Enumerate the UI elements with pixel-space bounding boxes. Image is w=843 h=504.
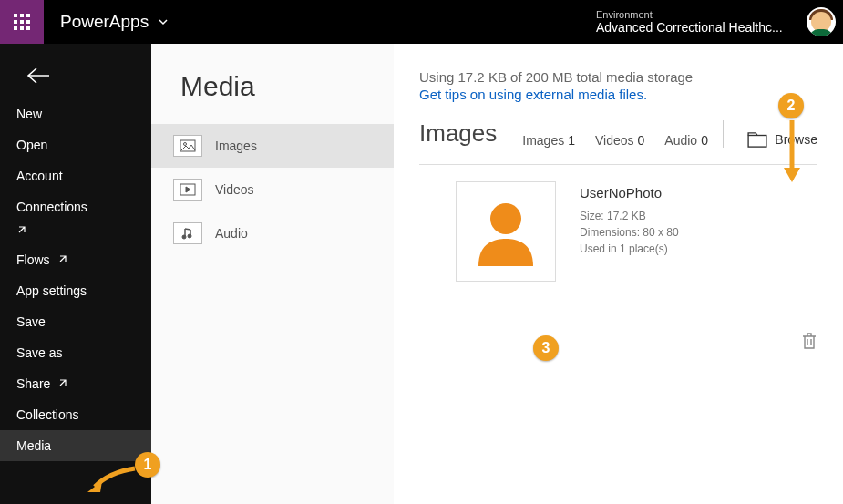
sidebar-item-label: Open <box>16 138 47 152</box>
section-header-row: Images Images1 Videos0 Audio0 Browse <box>419 119 817 148</box>
folder-icon <box>747 131 767 148</box>
media-item[interactable]: UserNoPhoto Size: 17.2 KB Dimensions: 80… <box>419 181 817 282</box>
sidebar-item-media[interactable]: Media <box>0 430 151 461</box>
annotation-badge-3: 3 <box>533 335 559 361</box>
sidebar-item-label: Media <box>16 438 51 453</box>
environment-name: Advanced Correctional Healthc... <box>596 20 785 35</box>
chevron-down-icon <box>158 12 169 32</box>
media-counts: Images1 Videos0 Audio0 <box>522 133 708 148</box>
sidebar-item-share[interactable]: Share <box>0 368 151 399</box>
svg-rect-7 <box>20 26 24 30</box>
svg-rect-4 <box>20 20 24 24</box>
svg-point-15 <box>490 203 521 234</box>
media-tab-audio[interactable]: Audio <box>151 211 394 255</box>
external-link-icon <box>57 252 68 267</box>
sidebar-item-label: Account <box>16 169 63 183</box>
sidebar-item-flows[interactable]: Flows <box>0 244 151 275</box>
sidebar-item-collections[interactable]: Collections <box>0 399 151 430</box>
media-content: Using 17.2 KB of 200 MB total media stor… <box>394 44 843 504</box>
page-title: Media <box>151 71 394 124</box>
top-bar: PowerApps Environment Advanced Correctio… <box>0 0 843 44</box>
annotation-badge-2: 2 <box>778 93 804 118</box>
sidebar-item-label: Collections <box>16 407 78 422</box>
avatar-icon <box>807 7 836 36</box>
delete-media-button[interactable] <box>796 326 843 359</box>
sidebar-item-app-settings[interactable]: App settings <box>0 275 151 306</box>
annotation-arrow-1 <box>82 465 139 494</box>
media-tab-label: Audio <box>215 226 248 241</box>
svg-rect-6 <box>14 26 17 30</box>
sidebar-item-save-as[interactable]: Save as <box>0 337 151 368</box>
sidebar-item-open[interactable]: Open <box>0 129 151 160</box>
sidebar-item-save[interactable]: Save <box>0 306 151 337</box>
vertical-divider <box>723 120 724 148</box>
back-button[interactable] <box>0 53 151 98</box>
media-tab-videos[interactable]: Videos <box>151 168 394 211</box>
section-separator <box>419 164 817 165</box>
section-title: Images <box>419 119 497 148</box>
trash-icon <box>801 332 817 350</box>
audio-icon <box>173 222 202 244</box>
sidebar-item-connections[interactable]: Connections <box>0 191 151 222</box>
media-tab-label: Images <box>215 139 257 153</box>
sidebar-item-label: Share <box>16 376 50 391</box>
environment-label: Environment <box>596 9 785 20</box>
media-tab-images[interactable]: Images <box>151 124 394 168</box>
sidebar-item-label: Save as <box>16 345 63 360</box>
brand-menu[interactable]: PowerApps <box>44 0 185 44</box>
sidebar-item-label: App settings <box>16 283 87 298</box>
svg-rect-1 <box>20 14 24 17</box>
brand-label: PowerApps <box>60 12 149 32</box>
annotation-arrow-2 <box>781 118 803 186</box>
count-images: Images1 <box>522 133 575 148</box>
storage-usage-text: Using 17.2 KB of 200 MB total media stor… <box>419 69 817 85</box>
svg-point-10 <box>184 143 187 146</box>
svg-rect-0 <box>14 14 17 17</box>
external-media-tips-link[interactable]: Get tips on using external media files. <box>419 87 647 102</box>
media-name: UserNoPhoto <box>580 185 679 201</box>
user-placeholder-icon <box>469 195 542 268</box>
external-link-icon <box>0 222 151 244</box>
count-audio: Audio0 <box>664 133 708 148</box>
media-type-panel: Media ImagesVideosAudio <box>151 44 394 504</box>
svg-rect-3 <box>14 20 17 24</box>
waffle-icon <box>14 14 30 30</box>
back-arrow-icon <box>26 67 51 85</box>
media-meta: UserNoPhoto Size: 17.2 KB Dimensions: 80… <box>580 181 679 257</box>
svg-rect-5 <box>26 20 30 24</box>
media-size: Size: 17.2 KB <box>580 208 679 224</box>
media-dimensions: Dimensions: 80 x 80 <box>580 224 679 241</box>
sidebar-item-account[interactable]: Account <box>0 160 151 191</box>
count-videos: Videos0 <box>595 133 644 148</box>
media-tab-label: Videos <box>215 182 254 197</box>
svg-rect-8 <box>26 26 30 30</box>
account-avatar-button[interactable] <box>799 0 843 44</box>
topbar-spacer <box>185 0 581 44</box>
svg-rect-2 <box>26 14 30 17</box>
media-usage: Used in 1 place(s) <box>580 241 679 257</box>
sidebar-item-label: Connections <box>16 200 87 214</box>
video-icon <box>173 179 202 201</box>
sidebar-item-label: Save <box>16 314 46 329</box>
sidebar-item-label: New <box>16 107 42 121</box>
main-layout: NewOpenAccountConnectionsFlowsApp settin… <box>0 44 843 504</box>
svg-rect-14 <box>748 136 766 148</box>
sidebar-item-label: Flows <box>16 252 50 267</box>
sidebar-item-new[interactable]: New <box>0 98 151 129</box>
side-nav: NewOpenAccountConnectionsFlowsApp settin… <box>0 44 151 504</box>
external-link-icon <box>57 376 68 391</box>
image-icon <box>173 135 202 157</box>
media-thumbnail <box>456 181 556 282</box>
svg-point-12 <box>182 235 186 239</box>
annotation-badge-1: 1 <box>135 452 160 478</box>
app-launcher-button[interactable] <box>0 0 44 44</box>
environment-picker[interactable]: Environment Advanced Correctional Health… <box>581 0 799 44</box>
